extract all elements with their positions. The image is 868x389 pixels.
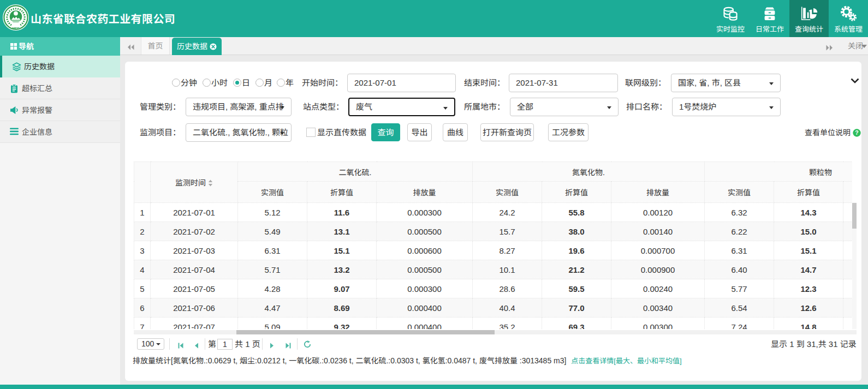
svg-text:?: ? (855, 129, 858, 136)
svg-text:MEE: MEE (12, 27, 19, 30)
